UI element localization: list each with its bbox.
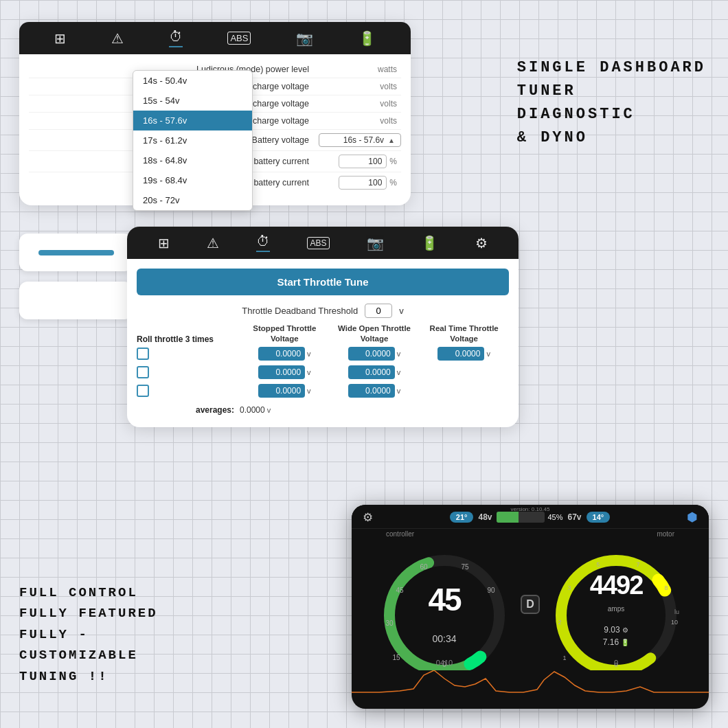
svg-text:8: 8	[664, 584, 668, 591]
stopped-cell-3: v	[240, 384, 330, 398]
icon-warning[interactable]: ⚠	[111, 30, 124, 47]
cell0-value: volts	[319, 116, 401, 126]
street-current-unit: %	[389, 157, 397, 166]
svg-text:30: 30	[385, 619, 394, 627]
battery-voltage-value[interactable]: 16s - 57.6v ▲	[319, 133, 401, 147]
dash-gauges-container: 15 30 45 60 75 90 0 45 00:34 0410 D	[352, 538, 709, 670]
icon-speed[interactable]: ⏱	[169, 29, 183, 47]
wide-input-2[interactable]	[348, 365, 395, 379]
t-icon-display[interactable]: ⊞	[158, 235, 170, 251]
icon-camera[interactable]: 📷	[296, 30, 313, 47]
battery-voltage-selected: 16s - 57.6v	[343, 135, 384, 145]
svg-text:2: 2	[558, 619, 561, 626]
stopped-header: Stopped ThrottleVoltage	[240, 323, 330, 344]
controller-temp-badge: 21°	[450, 512, 474, 523]
sticker-left-1	[19, 234, 133, 271]
battery-bar-fill	[497, 512, 519, 523]
throttle-checkbox-2[interactable]	[137, 366, 149, 378]
stopped-input-2[interactable]	[258, 365, 305, 379]
heading-line4: & DYNO	[517, 126, 706, 150]
ludicrous-power-value: watts	[319, 65, 401, 74]
reading2-value: 7.16	[603, 637, 619, 647]
bottom-line3: FULLY -	[19, 624, 158, 645]
realtime-header: Real Time ThrottleVoltage	[419, 323, 509, 344]
icon-abs[interactable]: ABS	[227, 32, 251, 45]
reading2-icon: 🔋	[621, 639, 629, 646]
settings-topbar: ⊞ ⚠ ⏱ ABS 📷 🔋	[19, 22, 411, 54]
wide-cell-1: v	[330, 347, 420, 361]
heading-line1: SINGLE DASHBOARD	[517, 56, 706, 80]
bottom-line2: FULLY FEATURED	[19, 603, 158, 624]
dropdown-item-14s[interactable]: 14s - 50.4v	[133, 71, 252, 91]
battery-bar-wrap: 45%	[497, 512, 562, 523]
svg-text:90: 90	[487, 587, 495, 594]
speed-gauge: 15 30 45 60 75 90 0 45 00:34 0410	[376, 543, 513, 670]
t-icon-camera[interactable]: 📷	[367, 235, 384, 251]
checkbox-col-3	[137, 385, 240, 397]
voltage-dropdown[interactable]: 14s - 50.4v 15s - 54v 16s - 57.6v 17s - …	[133, 70, 253, 211]
wide-input-3[interactable]	[348, 384, 395, 398]
roll-label: Roll throttle 3 times	[137, 334, 240, 344]
dash-gear-icon[interactable]: ⚙	[363, 510, 373, 525]
settings-card: ⊞ ⚠ ⏱ ABS 📷 🔋 Ludicrous (mode) power lev…	[19, 22, 411, 205]
dropdown-item-19s[interactable]: 19s - 68.4v	[133, 170, 252, 190]
throttle-checkbox-3[interactable]	[137, 385, 149, 397]
stopped-cell-2: v	[240, 365, 330, 379]
ludicrous-current-value: %	[319, 176, 401, 190]
stopped-input-1[interactable]	[258, 347, 305, 361]
t-icon-speed[interactable]: ⏱	[256, 234, 270, 252]
bluetooth-icon[interactable]: ⬢	[687, 510, 698, 525]
t-icon-warning[interactable]: ⚠	[207, 235, 219, 251]
throttle-row-1: v v v	[137, 347, 509, 361]
speed-sub: 00:34	[432, 633, 456, 644]
dropdown-item-15s[interactable]: 15s - 54v	[133, 91, 252, 111]
t-icon-abs[interactable]: ABS	[307, 237, 329, 249]
bottom-line1: FULL CONTROL	[19, 582, 158, 603]
street-current-input[interactable]	[339, 155, 387, 168]
reading1-icon: ⚙	[622, 626, 628, 634]
checkbox-col-1	[137, 348, 240, 360]
realtime-input-1[interactable]	[437, 347, 484, 361]
wide-cell-3: v	[330, 384, 420, 398]
stopped-input-3[interactable]	[258, 384, 305, 398]
bottom-left-heading: FULL CONTROL FULLY FEATURED FULLY - CUST…	[19, 582, 158, 687]
cell100-unit: volts	[380, 82, 397, 91]
svg-text:1: 1	[562, 655, 566, 661]
dash-col-labels: controller motor	[352, 530, 709, 538]
icon-battery[interactable]: 🔋	[359, 30, 376, 47]
wide-input-1[interactable]	[348, 347, 395, 361]
svg-text:5: 5	[596, 561, 600, 568]
dropdown-item-18s[interactable]: 18s - 64.8v	[133, 150, 252, 170]
start-throttle-tune-button[interactable]: Start Throttle Tune	[137, 269, 509, 295]
dashboard-topbar: ⚙ 21° 48v 45% 67v 14° ⬢ version: 0.10.45	[352, 505, 709, 529]
throttle-checkbox-1[interactable]	[137, 348, 149, 360]
ludicrous-current-input[interactable]	[339, 176, 387, 190]
avg-label: averages:	[137, 405, 240, 415]
stopped-cell-1: v	[240, 347, 330, 361]
rpm-value: 4492	[590, 571, 643, 600]
svg-text:45: 45	[396, 587, 404, 594]
top-right-heading: SINGLE DASHBOARD TUNER DIAGNOSTIC & DYNO	[517, 56, 706, 150]
avg-unit: v	[267, 406, 271, 414]
svg-text:60: 60	[420, 563, 428, 571]
icon-display[interactable]: ⊞	[54, 30, 66, 47]
throttle-table: Roll throttle 3 times Stopped ThrottleVo…	[127, 323, 519, 415]
svg-text:75: 75	[461, 563, 469, 571]
avg-value: 0.0000	[240, 405, 265, 415]
t-icon-gear[interactable]: ⚙	[475, 235, 488, 251]
motor-temp-badge: 14°	[587, 512, 611, 523]
ludicrous-power-unit: watts	[378, 65, 397, 74]
dropdown-item-16s[interactable]: 16s - 57.6v	[133, 111, 252, 130]
heading-line2: TUNER	[517, 80, 706, 103]
t-icon-battery[interactable]: 🔋	[421, 235, 438, 251]
throttle-row-3: v v	[137, 384, 509, 398]
dropdown-item-20s[interactable]: 20s - 72v	[133, 190, 252, 210]
amps-label: amps	[608, 605, 624, 613]
svg-text:15: 15	[392, 654, 400, 661]
reading1-row: 9.03 ⚙	[604, 625, 628, 635]
deadband-input[interactable]	[365, 304, 392, 318]
d-badge: D	[521, 595, 540, 614]
deadband-row: Throttle Deadband Threshold v	[127, 301, 519, 323]
dropdown-item-17s[interactable]: 17s - 61.2v	[133, 130, 252, 150]
bottom-line5: TUNING !!	[19, 666, 158, 687]
